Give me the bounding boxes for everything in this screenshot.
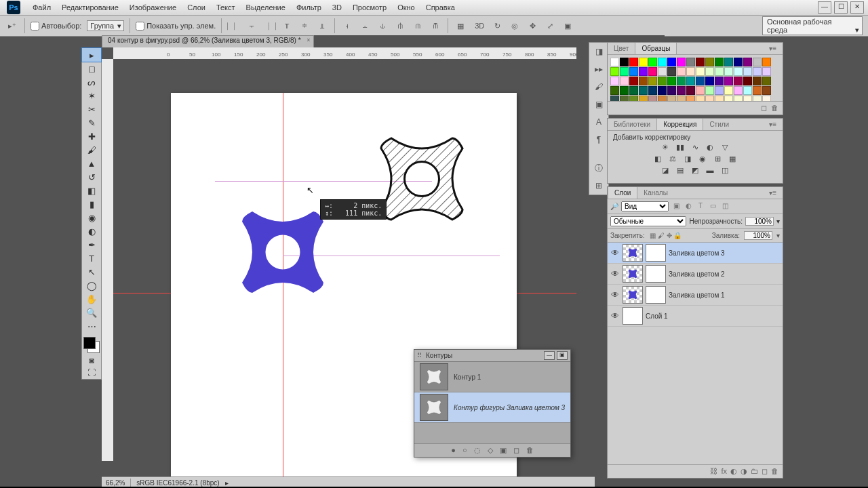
ruler-vertical[interactable] <box>102 59 114 461</box>
swatch[interactable] <box>724 67 733 76</box>
marquee-tool[interactable]: ◻ <box>82 62 101 75</box>
menu-help[interactable]: Справка <box>420 0 460 15</box>
visibility-icon[interactable]: 👁 <box>608 290 623 300</box>
layer-thumbnail[interactable] <box>623 286 643 304</box>
adj-photo-icon[interactable]: ◉ <box>697 155 708 164</box>
swatch[interactable] <box>686 86 695 95</box>
path-thumbnail[interactable] <box>420 363 448 390</box>
ruler-horizontal[interactable]: 0501001502002503003504004505005506006507… <box>113 47 576 60</box>
swatch[interactable] <box>753 58 762 66</box>
edit-toolbar-icon[interactable]: ⋯ <box>82 319 101 333</box>
sel-to-path-icon[interactable]: ◇ <box>488 446 493 455</box>
swatch[interactable] <box>743 77 752 85</box>
styles-tab[interactable]: Стили <box>703 119 735 130</box>
delete-swatch-icon[interactable]: 🗑 <box>771 104 778 113</box>
opacity-input[interactable] <box>745 217 774 226</box>
swatch[interactable] <box>734 58 743 66</box>
swatch[interactable] <box>667 77 676 85</box>
swatch[interactable] <box>686 77 695 85</box>
align-hcenter-icon[interactable]: ⫟ <box>245 19 258 33</box>
group-icon[interactable]: 🗀 <box>751 467 758 476</box>
swatch[interactable] <box>734 67 743 76</box>
adj-gradmap-icon[interactable]: ▬ <box>705 166 715 176</box>
swatch[interactable] <box>667 58 676 66</box>
swatch[interactable] <box>753 96 762 101</box>
swatch[interactable] <box>715 86 724 95</box>
lock-all-icon[interactable]: 🔒 <box>673 232 682 239</box>
swatch[interactable] <box>696 77 705 85</box>
swatch[interactable] <box>762 96 771 101</box>
swatch[interactable] <box>648 86 657 95</box>
layer-row[interactable]: 👁Слой 1 <box>608 306 783 327</box>
swatch[interactable] <box>715 67 724 76</box>
path-mask-icon[interactable]: ▣ <box>500 446 507 455</box>
filter-smart-icon[interactable]: ◫ <box>720 202 730 211</box>
maximize-button[interactable]: ☐ <box>834 1 848 14</box>
adj-selcolor-icon[interactable]: ◫ <box>719 166 730 176</box>
swatch[interactable] <box>762 86 771 95</box>
layer-row[interactable]: 👁Заливка цветом 3 <box>608 243 783 264</box>
swatch[interactable] <box>677 96 686 101</box>
swatch[interactable] <box>762 58 771 66</box>
swatch[interactable] <box>743 67 752 76</box>
swatch[interactable] <box>686 67 695 76</box>
swatch[interactable] <box>620 58 629 66</box>
zoom-tool[interactable]: 🔍 <box>82 306 101 319</box>
layers-tab[interactable]: Слои <box>608 187 637 199</box>
color-profile[interactable]: sRGB IEC61966-2.1 (8bpc) <box>136 479 219 487</box>
adj-invert-icon[interactable]: ◪ <box>660 166 671 176</box>
swatch[interactable] <box>648 58 657 66</box>
swatch[interactable] <box>715 77 724 85</box>
swatch[interactable] <box>620 86 629 95</box>
dist-3-icon[interactable]: ⫝ <box>376 19 389 33</box>
swatch[interactable] <box>658 58 667 66</box>
swatch[interactable] <box>658 77 667 85</box>
layer-name[interactable]: Заливка цветом 2 <box>669 270 783 278</box>
swatch[interactable] <box>629 77 638 85</box>
dist-4-icon[interactable]: ⫛ <box>393 19 407 33</box>
align-vcenter-icon[interactable]: ⫩ <box>298 19 311 33</box>
color-tab[interactable]: Цвет <box>608 43 635 54</box>
stroke-path-icon[interactable]: ○ <box>462 446 467 455</box>
workspace-selector[interactable]: Основная рабочая среда <box>762 16 863 35</box>
path-row[interactable]: Контур фигуры Заливка цветом 3 <box>414 392 570 423</box>
swatch[interactable] <box>724 96 733 101</box>
lasso-tool[interactable]: ᔕ <box>82 75 101 89</box>
swatch[interactable] <box>620 96 629 101</box>
align-left-icon[interactable]: ⎸⎸ <box>227 19 241 33</box>
swatch[interactable] <box>753 77 762 85</box>
link-layers-icon[interactable]: ⛓ <box>710 467 717 476</box>
swatch[interactable] <box>677 67 686 76</box>
swatch[interactable] <box>743 86 752 95</box>
hand-tool[interactable]: ✋ <box>82 292 101 306</box>
swatches-tab[interactable]: Образцы <box>635 43 677 54</box>
lock-pos-icon[interactable]: ✥ <box>665 232 673 239</box>
filter-search-icon[interactable]: 🔎 <box>610 203 618 210</box>
swatch[interactable] <box>629 58 638 66</box>
layer-mask-thumbnail[interactable] <box>646 286 666 304</box>
visibility-icon[interactable]: 👁 <box>608 269 623 279</box>
align-top-icon[interactable]: ⫪ <box>280 19 294 33</box>
new-layer-icon[interactable]: ◻ <box>762 467 768 476</box>
zoom-level[interactable]: 66,2% <box>106 479 125 487</box>
layer-mask-icon[interactable]: ◐ <box>730 467 737 476</box>
swatch[interactable] <box>734 96 743 101</box>
actions-panel-icon[interactable]: ▸▸ <box>592 63 606 75</box>
libraries-tab[interactable]: Библиотеки <box>608 119 656 130</box>
panel-menu-icon[interactable]: ▾≡ <box>763 43 783 54</box>
swatch[interactable] <box>696 58 705 66</box>
adj-balance-icon[interactable]: ⚖ <box>667 155 678 164</box>
minimize-button[interactable]: — <box>818 1 831 14</box>
swatch[interactable] <box>705 96 714 101</box>
para-panel-icon[interactable]: ¶ <box>592 134 606 146</box>
swatch[interactable] <box>610 58 619 66</box>
menu-image[interactable]: Изображение <box>124 0 182 15</box>
adj-vibrance-icon[interactable]: ▽ <box>719 143 730 152</box>
blend-mode-select[interactable]: Обычные <box>610 216 686 226</box>
swatch[interactable] <box>677 58 686 66</box>
screen-mode-icon[interactable]: ⛶ <box>82 367 101 379</box>
dist-6-icon[interactable]: ⫚ <box>429 19 442 33</box>
paths-panel[interactable]: ⠿ Контуры —▣ Контур 1Контур фигуры Залив… <box>414 349 571 458</box>
nav-panel-icon[interactable]: ⊞ <box>592 180 606 192</box>
fill-path-icon[interactable]: ● <box>451 446 456 455</box>
